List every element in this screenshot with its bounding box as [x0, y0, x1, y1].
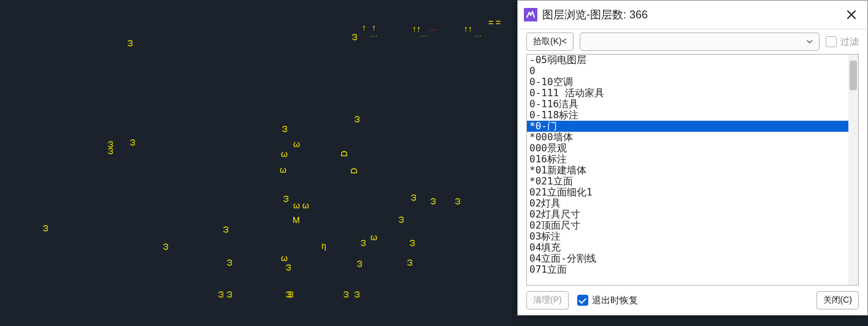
canvas-symbol: ω [161, 243, 169, 250]
list-item[interactable]: 0-111 活动家具 [527, 88, 848, 99]
canvas-symbol: M [293, 216, 300, 224]
pick-button[interactable]: 拾取(K)< [526, 32, 574, 51]
list-item[interactable]: *000墙体 [527, 132, 848, 143]
close-button[interactable]: 关闭(C) [816, 291, 859, 309]
list-item[interactable]: 016标注 [527, 154, 848, 165]
canvas-symbol: ω [225, 291, 233, 298]
restore-label: 退出时恢复 [592, 295, 638, 306]
list-item[interactable]: *021立面 [527, 176, 848, 187]
canvas-symbol: ωω [106, 141, 114, 154]
canvas-symbol: ω [281, 195, 290, 202]
checkbox-box [577, 295, 588, 306]
layer-filter-combo[interactable] [580, 32, 820, 51]
canvas-symbol: ω [352, 116, 361, 123]
close-icon[interactable] [843, 6, 860, 23]
canvas-symbol: ω [225, 259, 233, 266]
canvas-symbol: … [369, 29, 378, 38]
canvas-symbol: ω ω [293, 201, 309, 210]
list-item[interactable]: 000景观 [527, 143, 848, 154]
canvas-symbol: … [420, 29, 428, 38]
list-item[interactable]: *01新建墙体 [527, 165, 848, 176]
list-item[interactable]: 0-118标注 [527, 110, 848, 121]
canvas-symbol: ω [40, 225, 49, 232]
list-item[interactable]: 0-10空调 [527, 77, 848, 88]
layer-list-container: -05弱电图层00-10空调0-111 活动家具0-116洁具0-118标注*0… [526, 54, 859, 286]
canvas-symbol: ↑↑ [464, 25, 472, 33]
canvas-symbol: ω [405, 259, 413, 266]
list-item[interactable]: 0 [527, 66, 848, 77]
dialog-footer: 清理(P) 退出时恢复 关闭(C) [518, 286, 867, 315]
list-item[interactable]: 0-116洁具 [527, 99, 848, 110]
list-item[interactable]: 071立面 [527, 264, 848, 275]
drawing-canvas[interactable]: ωωωωωωωωωωωωωωωω ωMωωωωηωωωωωωDDωωωωωωω↑… [0, 0, 517, 326]
canvas-symbol: ω [216, 291, 225, 298]
layer-list[interactable]: -05弱电图层00-10空调0-111 活动家具0-116洁具0-118标注*0… [527, 55, 848, 285]
filter-checkbox[interactable]: 过滤 [826, 36, 859, 48]
canvas-symbol: ω [453, 198, 461, 205]
chevron-down-icon [805, 37, 814, 46]
list-item[interactable]: 02顶面尺寸 [527, 220, 848, 231]
canvas-symbol: ω [125, 40, 134, 47]
canvas-symbol: ω [428, 198, 437, 205]
canvas-symbol: ω [409, 194, 417, 201]
canvas-symbol: ↑ [362, 23, 366, 32]
scrollbar-thumb[interactable] [850, 61, 857, 90]
list-item[interactable]: -05弱电图层 [527, 55, 848, 66]
scrollbar[interactable] [848, 55, 858, 285]
canvas-symbol: η [321, 241, 326, 250]
canvas-symbol: ω [283, 264, 292, 271]
canvas-symbol: ω [280, 165, 286, 174]
canvas-symbol: ω [128, 139, 136, 146]
canvas-symbol: ω [341, 291, 350, 298]
canvas-symbol: ω [281, 254, 288, 262]
canvas-symbol: D [340, 151, 348, 157]
canvas-symbol: … [474, 29, 482, 38]
canvas-symbol: = [488, 18, 493, 27]
canvas-symbol: ω [350, 34, 358, 40]
dialog-titlebar[interactable]: 图层浏览-图层数: 366 [518, 1, 867, 29]
layer-browser-dialog: 图层浏览-图层数: 366 拾取(K)< 过滤 -05弱电图层00-10空调0-… [517, 0, 868, 316]
checkbox-box [826, 36, 837, 47]
canvas-symbol: D [350, 168, 358, 174]
canvas-symbol: ω [280, 126, 288, 132]
canvas-symbol: ω [352, 291, 361, 298]
dialog-toolbar: 拾取(K)< 过滤 [518, 29, 867, 54]
canvas-symbol: ω [221, 226, 229, 233]
list-item[interactable]: 04填充 [527, 242, 848, 253]
canvas-symbol: ω [358, 240, 367, 246]
dialog-title: 图层浏览-图层数: 366 [542, 7, 843, 22]
canvas-symbol: … [428, 23, 437, 32]
filter-label: 过滤 [840, 36, 859, 48]
list-item[interactable]: 02灯具 [527, 198, 848, 209]
list-item[interactable]: 03标注 [527, 231, 848, 242]
list-item[interactable]: *0-门 [527, 121, 848, 132]
clear-button[interactable]: 清理(P) [526, 291, 569, 309]
canvas-symbol: ω [407, 240, 416, 246]
canvas-symbol: ω [396, 216, 405, 223]
canvas-symbol: = [496, 18, 501, 27]
canvas-symbol: ω [281, 150, 288, 158]
list-item[interactable]: 021立面细化1 [527, 187, 848, 198]
canvas-symbol: ω [371, 233, 377, 241]
canvas-symbol: ω [293, 140, 300, 148]
list-item[interactable]: 04立面-分割线 [527, 253, 848, 264]
list-item[interactable]: 02灯具尺寸 [527, 209, 848, 220]
restore-checkbox[interactable]: 退出时恢复 [577, 295, 638, 306]
app-icon [524, 8, 537, 21]
canvas-symbol: ω [355, 260, 363, 267]
canvas-symbol: ω [286, 291, 294, 298]
